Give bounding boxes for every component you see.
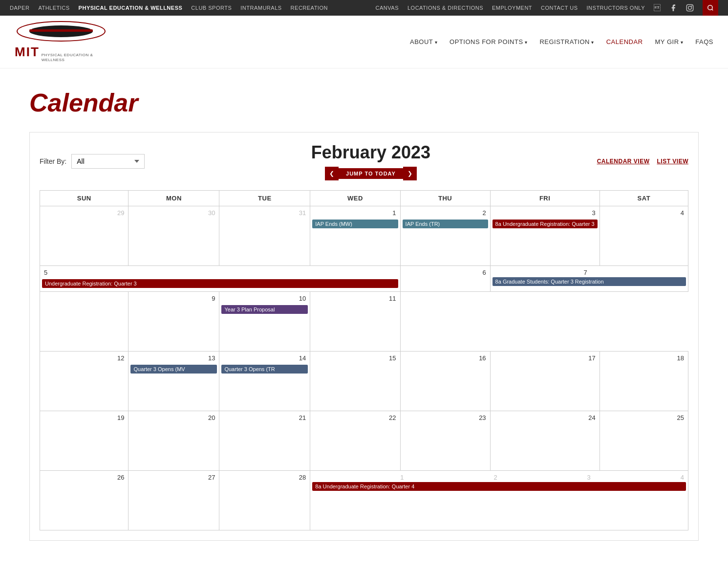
event-8a-undergrad-q4[interactable]: 8a Undergraduate Registration: Quarter 4	[312, 482, 686, 491]
topbar-link-daper[interactable]: DAPER	[10, 5, 29, 11]
next-month-button[interactable]: ❯	[403, 167, 417, 180]
calendar-controls: Filter By: All February 2023 ❮ JUMP TO T…	[40, 142, 688, 180]
cell-content: Year 3 Plan Proposal	[221, 305, 308, 349]
logo[interactable]: MIT PHYSICAL EDUCATION & WELLNESS	[15, 21, 107, 63]
event-8a-undergrad-q3[interactable]: 8a Undergraduate Registration: Quarter 3	[492, 220, 598, 228]
nav-faqs[interactable]: FAQS	[695, 38, 713, 45]
cal-cell: 26	[40, 470, 128, 530]
event-iap-ends-mw[interactable]: IAP Ends (MW)	[312, 220, 398, 228]
nav-calendar[interactable]: CALENDAR	[606, 38, 643, 45]
event-q3-opens-tr[interactable]: Quarter 3 Opens (TR	[221, 365, 308, 374]
nav-my-gir[interactable]: MY GIR	[655, 38, 684, 45]
col-wed: WED	[310, 190, 400, 206]
svg-point-3	[708, 5, 712, 10]
col-sat: SAT	[600, 190, 688, 206]
event-iap-ends-tr[interactable]: IAP Ends (TR)	[403, 220, 488, 228]
cal-cell: 9	[128, 291, 219, 351]
topbar-link-locations[interactable]: LOCATIONS & DIRECTIONS	[407, 5, 483, 11]
cal-cell: 21	[219, 411, 310, 470]
cal-cell: 11	[310, 291, 400, 351]
cell-content	[130, 220, 217, 264]
topbar-link-club-sports[interactable]: CLUB SPORTS	[191, 5, 232, 11]
cal-cell-span-q4: 1 2 3 4 8a Undergraduate Registration: Q…	[310, 470, 688, 530]
day-number: 10	[221, 294, 308, 303]
main-navigation: MIT PHYSICAL EDUCATION & WELLNESS ABOUT …	[0, 16, 728, 68]
day-number: 19	[42, 413, 126, 422]
cal-cell: 29	[40, 206, 128, 265]
page-title-section: Calendar	[0, 68, 728, 127]
search-button[interactable]	[703, 0, 718, 16]
cal-cell: 10 Year 3 Plan Proposal	[219, 291, 310, 351]
filter-select[interactable]: All	[71, 154, 145, 169]
event-year3-plan[interactable]: Year 3 Plan Proposal	[221, 305, 308, 314]
facebook-icon-svg[interactable]	[669, 4, 677, 12]
cell-content	[312, 424, 398, 468]
cal-cell: 28	[219, 470, 310, 530]
nav-options[interactable]: OPTIONS FOR POINTS	[450, 38, 527, 45]
cal-cell-span: 5 Undergraduate Registration: Quarter 3	[40, 265, 401, 291]
cell-content: IAP Ends (MW)	[312, 220, 398, 264]
topbar-link-instructors[interactable]: INSTRUCTORS ONLY	[587, 5, 645, 11]
day-number: 17	[492, 353, 598, 363]
topbar-link-intramurals[interactable]: INTRAMURALS	[240, 5, 281, 11]
cal-cell: 23	[400, 411, 490, 470]
cal-cell: 6	[400, 265, 490, 291]
cal-cell: 14 Quarter 3 Opens (TR	[219, 351, 310, 411]
cell-content	[492, 365, 598, 409]
week-row-4: 19 20 21 22	[40, 411, 688, 470]
day-number: 21	[221, 413, 308, 422]
instagram-icon-svg[interactable]	[686, 4, 694, 12]
calendar-section: Filter By: All February 2023 ❮ JUMP TO T…	[0, 127, 728, 560]
cal-cell: 25	[600, 411, 688, 470]
cal-cell: 22	[310, 411, 400, 470]
event-grad-q3-reg[interactable]: 8a Graduate Students: Quarter 3 Registra…	[492, 277, 686, 286]
logo-svg	[15, 21, 107, 43]
cal-cell: 2 IAP Ends (TR)	[400, 206, 490, 265]
cal-cell: 17	[490, 351, 600, 411]
facebook-icon[interactable]: 	[654, 4, 661, 12]
cell-content	[403, 424, 488, 468]
cell-content	[312, 365, 398, 409]
event-q3-opens-mv[interactable]: Quarter 3 Opens (MV	[130, 365, 217, 374]
top-utility-bar: DAPER ATHLETICS PHYSICAL EDUCATION & WEL…	[0, 0, 728, 16]
day-number: 2	[403, 208, 488, 218]
nav-about[interactable]: ABOUT	[410, 38, 437, 45]
cell-content	[312, 305, 398, 349]
logo-mit: MIT	[15, 44, 40, 60]
topbar-link-contact[interactable]: CONTACT US	[541, 5, 578, 11]
day-number: 4	[602, 208, 686, 218]
cal-cell-span: 7 8a Graduate Students: Quarter 3 Regist…	[490, 265, 688, 291]
day-number: 1	[312, 208, 398, 218]
page-title: Calendar	[29, 88, 699, 117]
topbar-link-employment[interactable]: EMPLOYMENT	[492, 5, 532, 11]
topbar-link-recreation[interactable]: RECREATION	[291, 5, 328, 11]
nav-registration[interactable]: REGISTRATION	[539, 38, 594, 45]
cal-cell: 24	[490, 411, 600, 470]
cal-cell: 12	[40, 351, 128, 411]
cal-cell: 30	[128, 206, 219, 265]
cell-content	[130, 424, 217, 468]
day-number: 15	[312, 353, 398, 363]
cal-cell	[40, 291, 128, 351]
list-view-button[interactable]: LIST VIEW	[657, 158, 689, 165]
day-number: 13	[130, 353, 217, 363]
topbar-link-athletics[interactable]: ATHLETICS	[38, 5, 69, 11]
day-number: 14	[221, 353, 308, 363]
calendar-view-button[interactable]: CALENDAR VIEW	[597, 158, 650, 165]
week-row: 5 Undergraduate Registration: Quarter 3 …	[40, 265, 688, 291]
svg-rect-0	[686, 4, 693, 11]
day-number: 28	[221, 473, 308, 482]
col-mon: MON	[128, 190, 219, 206]
cell-content	[42, 484, 126, 528]
day-number: 20	[130, 413, 217, 422]
topbar-link-canvas[interactable]: CANVAS	[376, 5, 399, 11]
topbar-link-pe-wellness[interactable]: PHYSICAL EDUCATION & WELLNESS	[79, 5, 183, 11]
prev-month-button[interactable]: ❮	[325, 167, 339, 180]
day-number: 9	[130, 294, 217, 303]
week-row-5: 26 27 28 1 2 3	[40, 470, 688, 530]
cell-content	[602, 365, 686, 409]
event-undergrad-reg-q3[interactable]: Undergraduate Registration: Quarter 3	[42, 279, 398, 288]
jump-today-button[interactable]: JUMP TO TODAY	[339, 168, 403, 179]
cal-cell: 4	[600, 206, 688, 265]
day-number: 11	[312, 294, 398, 303]
